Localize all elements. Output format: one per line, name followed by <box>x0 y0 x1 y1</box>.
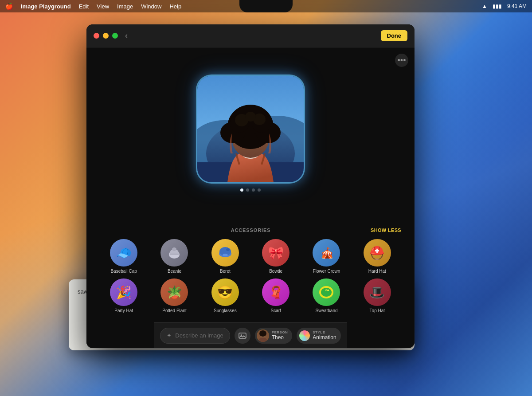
menubar-right-icons: ▲ ▮▮▮ 9:41 AM <box>482 3 527 9</box>
sparkle-icon: ✦ <box>167 332 172 339</box>
generated-image-container <box>197 76 304 182</box>
sunglasses-label: Sunglasses <box>214 308 237 314</box>
party-hat-label: Party Hat <box>114 308 133 314</box>
maximize-button[interactable] <box>112 33 118 39</box>
svg-text:🎪: 🎪 <box>321 247 334 259</box>
describe-placeholder: Describe an image <box>175 332 223 339</box>
potted-plant-label: Potted Plant <box>162 308 186 314</box>
person-illustration <box>197 76 304 182</box>
potted-plant-icon: 🪴 <box>160 278 188 306</box>
svg-point-41 <box>259 330 266 337</box>
wifi-icon: ▲ <box>482 3 487 9</box>
back-button[interactable]: ‹ <box>125 31 128 40</box>
menubar-help[interactable]: Help <box>169 3 181 10</box>
flower-crown-icon: 🎪 <box>313 239 340 267</box>
hard-hat-icon: ⛑️ <box>364 239 391 267</box>
flower-crown-label: Flower Crown <box>313 269 340 274</box>
baseball-cap-label: Baseball Cap <box>110 269 137 274</box>
avatar-image <box>257 329 269 342</box>
done-button[interactable]: Done <box>381 30 408 41</box>
image-upload-button[interactable] <box>235 328 250 344</box>
menubar-window[interactable]: Window <box>141 3 161 10</box>
menubar-view[interactable]: View <box>97 3 109 10</box>
menubar-edit[interactable]: Edit <box>79 3 89 10</box>
style-label-top: STYLE <box>313 330 336 334</box>
scarf-icon: 🧣 <box>262 278 289 306</box>
close-button[interactable] <box>94 33 99 39</box>
more-options-button[interactable]: ••• <box>395 54 408 67</box>
accessory-sweatband[interactable]: Sweatband <box>302 278 350 314</box>
accessory-flower-crown[interactable]: 🎪 Flower Crown <box>302 239 350 274</box>
style-label-name: Animation <box>313 334 336 341</box>
describe-input-wrapper[interactable]: ✦ Describe an image <box>160 328 230 344</box>
beanie-icon <box>160 239 188 267</box>
accessories-header: ACCESSORIES SHOW LESS <box>100 227 401 233</box>
pagination-dots <box>240 188 261 192</box>
sunglasses-icon: 😎 <box>211 278 239 306</box>
accessory-party-hat[interactable]: 🎉 Party Hat <box>100 278 148 314</box>
accessory-sunglasses[interactable]: 😎 Sunglasses <box>201 278 249 314</box>
accessories-title: ACCESSORIES <box>131 227 371 233</box>
show-less-button[interactable]: SHOW LESS <box>371 227 401 233</box>
baseball-cap-icon: 🧢 <box>110 239 137 267</box>
dot-3[interactable] <box>252 188 255 192</box>
content-area: ••• <box>86 47 415 348</box>
traffic-lights <box>94 33 118 39</box>
svg-point-25 <box>245 112 256 122</box>
accessories-section: ACCESSORIES SHOW LESS 🧢 Baseball Cap <box>86 227 415 322</box>
dot-2[interactable] <box>246 188 249 192</box>
sweatband-icon <box>313 278 340 306</box>
accessory-top-hat[interactable]: 🎩 Top Hat <box>353 278 401 314</box>
person-label-name: Theo <box>272 334 288 341</box>
svg-rect-36 <box>239 333 246 338</box>
style-icon <box>299 330 310 341</box>
person-pill-label: PERSON Theo <box>272 330 288 341</box>
svg-point-31 <box>226 248 230 251</box>
party-hat-icon: 🎉 <box>110 278 137 306</box>
accessory-bowtie[interactable]: 🎀 Bowtie <box>252 239 300 274</box>
person-label-top: PERSON <box>272 330 288 334</box>
beret-icon <box>211 239 239 267</box>
beanie-label: Beanie <box>168 269 181 274</box>
style-pill-label: STYLE Animation <box>313 330 336 341</box>
person-pill[interactable]: PERSON Theo <box>255 328 293 344</box>
minimize-button[interactable] <box>103 33 109 39</box>
accessory-beanie[interactable]: Beanie <box>150 239 198 274</box>
image-display-area: ••• <box>86 47 415 227</box>
accessory-beret[interactable]: Beret <box>201 239 249 274</box>
top-hat-icon: 🎩 <box>364 278 391 306</box>
title-bar: ‹ Done <box>86 24 415 47</box>
hard-hat-label: Hard Hat <box>368 269 386 274</box>
time-display: 9:41 AM <box>507 3 527 9</box>
accessory-hard-hat[interactable]: ⛑️ Hard Hat <box>353 239 401 274</box>
camera-notch <box>239 0 293 12</box>
app-window: ‹ Done ••• <box>86 24 415 348</box>
beret-label: Beret <box>220 269 231 274</box>
bowtie-icon: 🎀 <box>262 239 289 267</box>
bottom-bar: ✦ Describe an image <box>154 322 347 348</box>
bowtie-label: Bowtie <box>269 269 282 274</box>
top-hat-label: Top Hat <box>370 308 385 314</box>
sweatband-label: Sweatband <box>315 308 337 314</box>
scarf-label: Scarf <box>270 308 281 314</box>
dot-4[interactable] <box>258 188 261 192</box>
accessories-grid: 🧢 Baseball Cap Beanie <box>100 239 401 314</box>
accessory-baseball-cap[interactable]: 🧢 Baseball Cap <box>100 239 148 274</box>
generated-image[interactable] <box>197 76 304 182</box>
menubar-app-name[interactable]: Image Playground <box>21 3 71 10</box>
menubar-image[interactable]: Image <box>117 3 133 10</box>
style-pill[interactable]: STYLE Animation <box>297 328 340 344</box>
image-icon <box>239 332 246 340</box>
svg-point-32 <box>223 254 228 256</box>
person-avatar <box>257 329 269 342</box>
svg-point-27 <box>172 247 176 251</box>
accessory-scarf[interactable]: 🧣 Scarf <box>252 278 300 314</box>
battery-icon: ▮▮▮ <box>493 3 502 9</box>
apple-menu-icon[interactable]: 🍎 <box>5 3 13 10</box>
dot-1[interactable] <box>240 188 243 192</box>
accessory-potted-plant[interactable]: 🪴 Potted Plant <box>150 278 198 314</box>
